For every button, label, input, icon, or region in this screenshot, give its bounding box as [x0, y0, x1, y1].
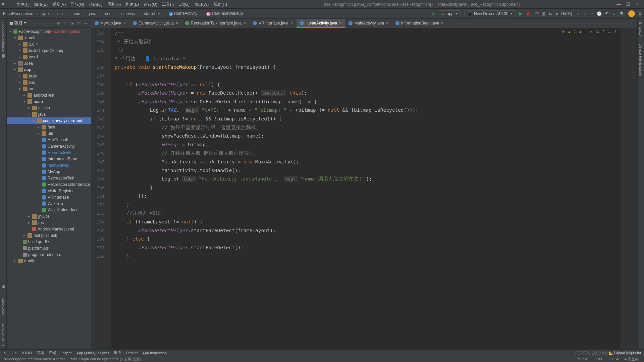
- attach-icon[interactable]: ⇆: [549, 11, 552, 16]
- tree-row[interactable]: RecreationTalkInterface: [7, 181, 91, 188]
- tree-row[interactable]: build: [7, 73, 91, 79]
- editor-tab[interactable]: MyApp.java✕: [91, 19, 129, 28]
- tree-arrow-icon[interactable]: [17, 74, 21, 78]
- bottom-tool[interactable]: App Inspection: [142, 351, 167, 355]
- editor-tab[interactable]: VRInterfase.java✕: [250, 19, 297, 28]
- tree-row[interactable]: buildOutputCleanup: [7, 47, 91, 54]
- tree-row[interactable]: src: [7, 86, 91, 92]
- vcs-revert-icon[interactable]: ↶: [605, 11, 608, 16]
- target-icon[interactable]: ⊕: [57, 21, 60, 25]
- up-icon[interactable]: ⌃: [602, 30, 605, 34]
- menu-item[interactable]: 编辑(E): [32, 0, 50, 9]
- tree-row[interactable]: test [unitTest]: [7, 232, 91, 239]
- tree-arrow-icon[interactable]: [13, 68, 17, 71]
- status-item[interactable]: 251:16: [574, 357, 591, 361]
- close-icon[interactable]: ✕: [290, 21, 293, 25]
- coverage-icon[interactable]: ▣: [542, 11, 545, 16]
- tree-row[interactable]: WakeUp: [7, 200, 91, 207]
- tree-row[interactable]: jniLibs: [7, 213, 91, 219]
- status-item[interactable]: 4 个空格: [622, 357, 641, 361]
- sidebar-tab[interactable]: Resource Manager: [0, 19, 6, 57]
- close-icon[interactable]: ✕: [636, 2, 639, 7]
- tree-row[interactable]: com.starway.starrobot: [7, 117, 91, 124]
- sidebar-tab[interactable]: Bookmarks: [0, 295, 6, 320]
- tree-row[interactable]: java: [7, 111, 91, 117]
- close-icon[interactable]: ✕: [339, 21, 342, 25]
- tree-arrow-icon[interactable]: [27, 221, 31, 224]
- tree-row[interactable]: .gradle: [7, 35, 91, 41]
- menu-item[interactable]: 运行(U): [141, 0, 160, 9]
- editor-tab[interactable]: InformationBean.java✕: [392, 19, 447, 28]
- sidebar-tab[interactable]: 结构: [0, 288, 7, 295]
- tree-row[interactable]: util: [7, 130, 91, 137]
- tree-arrow-icon[interactable]: [22, 234, 26, 237]
- editor-tab[interactable]: RecreationTalkInterface.java✕: [182, 19, 250, 28]
- breadcrumb-item[interactable]: FaceRecognition: [2, 11, 34, 16]
- editor-inspections[interactable]: ⊘ ▲7 ▲1 ✔14 ⌃ ⌄ ⋮: [562, 30, 617, 34]
- bottom-tool[interactable]: Profiler: [126, 351, 138, 355]
- menu-item[interactable]: Git(G): [176, 0, 192, 9]
- maximize-icon[interactable]: ☐: [626, 2, 630, 7]
- search-icon[interactable]: 🔍: [620, 11, 625, 16]
- tree-row[interactable]: build.gradle: [7, 239, 91, 245]
- stop-icon[interactable]: ■: [555, 11, 558, 16]
- vcs-commit-icon[interactable]: ✓: [583, 11, 587, 16]
- menu-item[interactable]: 工具(I): [160, 0, 176, 9]
- breadcrumb-item[interactable]: src: [56, 11, 64, 16]
- bottom-tool[interactable]: 终端: [49, 350, 56, 355]
- collapse-icon[interactable]: ⇵: [64, 21, 67, 25]
- close-icon[interactable]: ✕: [386, 21, 389, 25]
- tree-row[interactable]: libs: [7, 79, 91, 86]
- hide-icon[interactable]: —: [84, 21, 88, 25]
- chevron-down-icon[interactable]: [24, 22, 26, 24]
- breadcrumb-item[interactable]: main: [70, 11, 81, 16]
- tree-arrow-icon[interactable]: [17, 81, 21, 84]
- minimize-icon[interactable]: —: [616, 2, 621, 7]
- sidebar-tab[interactable]: Build Variants: [0, 320, 6, 349]
- menu-item[interactable]: 导航(N): [68, 0, 87, 9]
- tree-arrow-icon[interactable]: [17, 87, 21, 91]
- more-tabs-icon[interactable]: ⋮: [627, 20, 637, 28]
- bottom-tool[interactable]: TODO: [21, 351, 32, 355]
- menu-item[interactable]: 文件(F): [14, 0, 32, 9]
- bottom-tool[interactable]: 服务: [114, 350, 121, 355]
- sync-icon[interactable]: ↺: [431, 11, 435, 16]
- sidebar-tab[interactable]: Device File Explorer: [638, 40, 644, 80]
- tree-row[interactable]: app: [7, 66, 91, 73]
- tree-row[interactable]: androidTest: [7, 92, 91, 98]
- close-icon[interactable]: ✕: [441, 21, 444, 25]
- breadcrumb-item[interactable]: com: [104, 11, 114, 16]
- tree-row[interactable]: face: [7, 124, 91, 130]
- minimap[interactable]: [621, 28, 637, 349]
- settings-icon[interactable]: ⚙: [77, 21, 81, 25]
- tree-row[interactable]: AskConsult: [7, 137, 91, 143]
- editor-code[interactable]: /** * 开始人脸识别 */ 3 个用法 👤 LiuJinTao * priv…: [111, 28, 621, 349]
- status-item[interactable]: UTF-8: [606, 357, 622, 361]
- tree-arrow-icon[interactable]: [22, 93, 26, 97]
- project-view-label[interactable]: 项目: [14, 20, 22, 26]
- breadcrumb-item[interactable]: starrobot: [143, 11, 161, 16]
- menu-item[interactable]: 帮助(H): [211, 0, 229, 9]
- tree-arrow-icon[interactable]: [17, 49, 21, 52]
- expand-icon[interactable]: ⇲: [70, 21, 74, 25]
- tree-arrow-icon[interactable]: [36, 125, 40, 129]
- tree-row[interactable]: CameraActivity: [7, 143, 91, 149]
- breadcrumb-item[interactable]: java: [88, 11, 97, 16]
- menu-item[interactable]: 构建(B): [123, 0, 141, 9]
- vcs-history-icon[interactable]: 🕐: [597, 11, 602, 16]
- status-item[interactable]: CRLF: [591, 357, 606, 361]
- menu-item[interactable]: 重构(R): [105, 0, 123, 9]
- more-icon[interactable]: ⋮: [613, 30, 617, 34]
- sidebar-tab[interactable]: Emulator: [638, 19, 644, 40]
- vcs-update-icon[interactable]: ↙: [577, 11, 580, 16]
- tree-row[interactable]: VisitorRegister: [7, 188, 91, 194]
- tree-row[interactable]: RecreationTalk: [7, 175, 91, 181]
- tree-row[interactable]: proguard-rules.pro: [7, 251, 91, 258]
- tree-row[interactable]: VRInterfase: [7, 194, 91, 200]
- profile-icon[interactable]: ⏱: [534, 11, 538, 16]
- bottom-tool[interactable]: Git: [12, 351, 16, 355]
- tree-arrow-icon[interactable]: [13, 36, 17, 40]
- tree-row[interactable]: platform.jks: [7, 245, 91, 251]
- close-icon[interactable]: ✕: [243, 21, 246, 25]
- tree-arrow-icon[interactable]: [27, 214, 31, 218]
